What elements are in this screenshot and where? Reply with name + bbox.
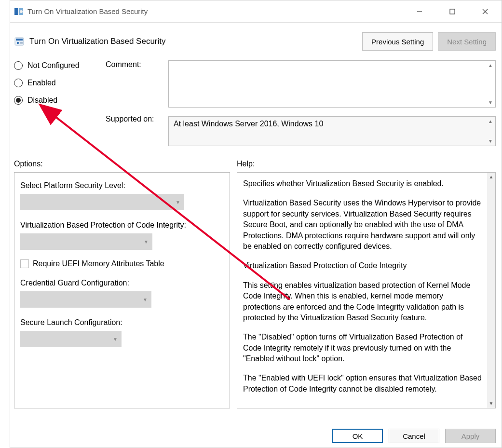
scroll-down-icon: ▼ — [488, 138, 493, 144]
radio-label: Disabled — [27, 96, 57, 105]
help-paragraph: The "Disabled" option turns off Virtuali… — [243, 332, 483, 364]
svg-point-9 — [17, 42, 19, 44]
apply-button: Apply — [445, 429, 496, 443]
ok-button[interactable]: OK — [332, 429, 383, 443]
scroll-down-icon: ▼ — [488, 100, 493, 105]
scroll-up-icon: ▲ — [488, 119, 493, 124]
chevron-down-icon: ▼ — [176, 200, 180, 205]
help-paragraph: Specifies whether Virtualization Based S… — [243, 178, 483, 189]
help-panel: Specifies whether Virtualization Based S… — [237, 172, 496, 408]
help-scrollbar[interactable]: ▲ ▼ — [487, 173, 495, 408]
help-paragraph: The "Enabled with UEFI lock" option ensu… — [243, 373, 483, 394]
comment-scrollbar[interactable]: ▲ ▼ — [487, 63, 494, 105]
secure-launch-label: Secure Launch Configuration: — [20, 318, 224, 327]
help-paragraph: Virtualization Based Security uses the W… — [243, 198, 483, 252]
radio-enabled[interactable]: Enabled — [14, 79, 106, 87]
supported-label: Supported on: — [106, 115, 168, 123]
chevron-down-icon: ▼ — [113, 337, 118, 342]
comment-label: Comment: — [106, 60, 168, 69]
svg-rect-10 — [20, 42, 23, 44]
dialog-footer: OK Cancel Apply — [10, 424, 502, 448]
nav-buttons: Previous Setting Next Setting — [362, 32, 496, 51]
secure-launch-combo[interactable]: ▼ — [20, 331, 122, 347]
radio-icon — [14, 61, 23, 70]
policy-dialog: Turn On Virtualization Based Security — [10, 0, 502, 448]
policy-icon — [14, 36, 25, 47]
panels: Select Platform Security Level: ▼ Virtua… — [10, 172, 502, 408]
radio-label: Not Configured — [27, 61, 80, 70]
close-button[interactable] — [469, 0, 502, 22]
credential-guard-label: Credential Guard Configuration: — [20, 279, 224, 287]
vbp-code-integrity-combo[interactable]: ▼ — [20, 233, 152, 250]
help-heading: Virtualization Based Protection of Code … — [243, 260, 483, 271]
scroll-up-icon: ▲ — [488, 63, 493, 68]
field-column: ▲ ▼ At least Windows Server 2016, Window… — [168, 60, 496, 146]
svg-rect-4 — [450, 9, 455, 14]
options-label: Options: — [14, 160, 237, 168]
minimize-button[interactable] — [403, 0, 436, 22]
comment-textarea[interactable]: ▲ ▼ — [168, 60, 496, 108]
credential-guard-combo[interactable]: ▼ — [20, 291, 151, 308]
window-icon — [14, 7, 24, 16]
window-controls — [403, 0, 502, 22]
policy-title: Turn On Virtualization Based Security — [29, 37, 166, 46]
background-window-strip — [0, 0, 10, 448]
chevron-down-icon: ▼ — [143, 297, 148, 302]
help-label: Help: — [237, 160, 255, 168]
supported-on-value: At least Windows Server 2016, Windows 10 — [174, 120, 323, 128]
help-paragraph: This setting enables virtualization base… — [243, 280, 483, 324]
header-row: Turn On Virtualization Based Security Pr… — [10, 23, 502, 55]
radio-disabled[interactable]: Disabled — [14, 96, 106, 105]
checkbox-icon — [20, 259, 29, 268]
platform-security-level-combo[interactable]: ▼ — [20, 194, 184, 210]
previous-setting-button[interactable]: Previous Setting — [362, 32, 433, 51]
titlebar-left: Turn On Virtualization Based Security — [14, 7, 148, 16]
supported-scrollbar[interactable]: ▲ ▼ — [487, 119, 494, 144]
label-column: Comment: Supported on: — [106, 60, 168, 146]
window-title: Turn On Virtualization Based Security — [27, 7, 148, 15]
next-setting-button: Next Setting — [438, 32, 496, 51]
radio-label: Enabled — [27, 79, 56, 87]
uefi-memory-attributes-checkbox-row[interactable]: Require UEFI Memory Attributes Table — [20, 259, 224, 268]
svg-point-2 — [20, 10, 23, 13]
radio-icon — [14, 79, 23, 87]
vbp-code-integrity-label: Virtualization Based Protection of Code … — [20, 221, 224, 230]
scroll-up-icon[interactable]: ▲ — [487, 173, 495, 181]
options-panel: Select Platform Security Level: ▼ Virtua… — [14, 172, 230, 408]
header-left: Turn On Virtualization Based Security — [14, 36, 166, 47]
maximize-button[interactable] — [436, 0, 469, 22]
radio-icon — [14, 96, 23, 105]
supported-on-textbox: At least Windows Server 2016, Windows 10… — [168, 116, 496, 146]
svg-rect-0 — [14, 8, 18, 15]
radio-column: Not Configured Enabled Disabled — [14, 60, 106, 146]
radio-not-configured[interactable]: Not Configured — [14, 61, 106, 70]
chevron-down-icon: ▼ — [144, 239, 149, 244]
checkbox-label: Require UEFI Memory Attributes Table — [33, 259, 164, 268]
state-section: Not Configured Enabled Disabled Comment:… — [10, 55, 502, 146]
section-labels: Options: Help: — [10, 146, 502, 172]
scroll-down-icon[interactable]: ▼ — [487, 399, 495, 408]
platform-security-level-label: Select Platform Security Level: — [20, 181, 224, 190]
titlebar: Turn On Virtualization Based Security — [10, 0, 502, 23]
cancel-button[interactable]: Cancel — [389, 429, 439, 443]
svg-rect-8 — [16, 39, 23, 41]
